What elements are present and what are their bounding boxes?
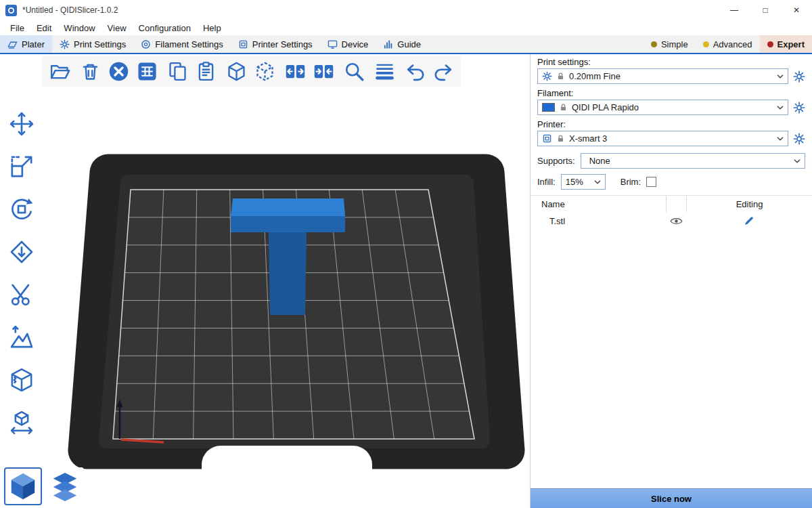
- chevron-down-icon: [594, 180, 601, 184]
- chevron-down-icon: [794, 159, 800, 163]
- scissors-icon: [8, 281, 35, 308]
- settings-panel: Print settings: 0.20mm Fine Filament: QI…: [530, 54, 812, 508]
- remove-instance-button[interactable]: [283, 58, 307, 84]
- chevron-down-icon: [777, 75, 784, 79]
- mirror-tool-button[interactable]: [5, 408, 38, 437]
- menu-configuration[interactable]: Configuration: [133, 23, 197, 33]
- chevron-down-icon: [777, 137, 784, 141]
- split-objects-icon: [225, 60, 248, 83]
- tab-print-settings[interactable]: Print Settings: [52, 35, 133, 53]
- folder-open-icon: [49, 60, 71, 83]
- filament-gear-button[interactable]: [793, 102, 805, 114]
- visibility-eye-icon[interactable]: [670, 217, 683, 226]
- window-controls: — □ ✕: [719, 0, 812, 20]
- mode-expert[interactable]: Expert: [760, 35, 812, 53]
- object-list-row[interactable]: T.stl: [531, 212, 812, 230]
- advanced-mode-dot-icon: [703, 41, 709, 47]
- print-settings-combo[interactable]: 0.20mm Fine: [537, 68, 788, 84]
- maximize-button[interactable]: □: [750, 0, 781, 20]
- device-monitor-icon: [328, 39, 338, 49]
- preset-gear-icon: [542, 71, 552, 81]
- slice-now-button[interactable]: Slice now: [531, 488, 812, 508]
- viewport-3d[interactable]: [0, 54, 530, 508]
- minimize-button[interactable]: —: [719, 0, 750, 20]
- mode-advanced[interactable]: Advanced: [696, 35, 760, 53]
- tab-printer-settings-label: Printer Settings: [252, 39, 313, 49]
- scene-canvas[interactable]: [0, 54, 530, 508]
- filament-label: Filament:: [531, 87, 812, 100]
- tab-device-label: Device: [342, 39, 369, 49]
- supports-combo[interactable]: None: [581, 153, 805, 169]
- tab-filament-settings[interactable]: Filament Settings: [133, 35, 230, 53]
- paint-supports-button[interactable]: [5, 323, 38, 352]
- place-on-face-button[interactable]: [5, 238, 38, 266]
- tab-bar: Plater Print Settings Filament Settings …: [0, 35, 812, 54]
- fuzzy-skin-button[interactable]: [5, 366, 38, 394]
- filament-combo[interactable]: QIDI PLA Rapido: [537, 100, 788, 115]
- print-settings-gear-button[interactable]: [793, 70, 805, 83]
- cut-tool-button[interactable]: [5, 280, 38, 309]
- menu-window[interactable]: Window: [58, 23, 101, 33]
- preview-view-button[interactable]: [46, 467, 84, 505]
- variable-layer-height-button[interactable]: [372, 58, 397, 84]
- window-title: *Untitled - QIDISlicer-1.0.2: [22, 5, 118, 15]
- sliced-layers-icon: [49, 471, 81, 502]
- delete-button[interactable]: [78, 58, 102, 84]
- printer-label: Printer:: [531, 118, 812, 131]
- scale-tool-button[interactable]: [5, 152, 38, 181]
- undo-button[interactable]: [403, 58, 427, 84]
- copy-button[interactable]: [165, 58, 189, 84]
- tab-plater[interactable]: Plater: [0, 35, 52, 53]
- plater-icon: [7, 39, 18, 49]
- menu-edit[interactable]: Edit: [30, 23, 58, 33]
- open-project-button[interactable]: [47, 58, 72, 84]
- printer-gear-button[interactable]: [793, 133, 805, 145]
- top-toolbar: [42, 56, 461, 87]
- mode-switcher: Simple Advanced Expert: [644, 35, 812, 53]
- rotate-tool-button[interactable]: [5, 195, 38, 224]
- scale-icon: [8, 153, 35, 180]
- tab-printer-settings[interactable]: Printer Settings: [231, 35, 320, 53]
- trash-icon: [79, 60, 102, 83]
- split-parts-button[interactable]: [252, 58, 277, 84]
- print-settings-icon: [60, 39, 70, 49]
- menu-view[interactable]: View: [102, 23, 133, 33]
- redo-button[interactable]: [431, 58, 455, 84]
- close-button[interactable]: ✕: [781, 0, 812, 20]
- add-instance-button[interactable]: [311, 58, 336, 84]
- split-objects-button[interactable]: [224, 58, 248, 84]
- arrange-button[interactable]: [135, 58, 159, 84]
- visibility-column-header: [666, 196, 686, 212]
- delete-all-button[interactable]: [106, 58, 131, 84]
- brim-checkbox[interactable]: [646, 177, 656, 187]
- mode-simple-label: Simple: [661, 39, 688, 49]
- object-list: Name Editing T.stl: [531, 195, 812, 488]
- view-switch: [4, 467, 84, 505]
- move-icon: [8, 110, 35, 137]
- tab-print-settings-label: Print Settings: [74, 39, 126, 49]
- infill-value: 15%: [566, 177, 583, 187]
- simple-mode-dot-icon: [651, 41, 657, 47]
- tab-guide[interactable]: Guide: [376, 35, 428, 53]
- printer-combo[interactable]: X-smart 3: [537, 131, 788, 146]
- search-icon: [343, 60, 365, 83]
- supports-label: Supports:: [537, 156, 575, 166]
- move-tool-button[interactable]: [5, 110, 38, 138]
- paste-button[interactable]: [194, 58, 218, 84]
- editor-view-button[interactable]: [4, 467, 42, 505]
- cube-3d-icon: [7, 471, 39, 502]
- tab-filament-settings-label: Filament Settings: [155, 39, 223, 49]
- layers-icon: [374, 60, 396, 83]
- mode-simple[interactable]: Simple: [644, 35, 696, 53]
- tab-device[interactable]: Device: [320, 35, 376, 53]
- name-column-header: Name: [531, 196, 666, 212]
- printer-icon: [238, 39, 248, 49]
- menu-file[interactable]: File: [4, 23, 30, 33]
- menu-help[interactable]: Help: [197, 23, 227, 33]
- bed-handle-cutout: [202, 446, 372, 500]
- paste-icon: [195, 60, 217, 83]
- edit-object-icon[interactable]: [744, 215, 754, 226]
- menu-bar: File Edit Window View Configuration Help: [0, 20, 812, 35]
- infill-combo[interactable]: 15%: [561, 174, 606, 190]
- search-button[interactable]: [342, 58, 366, 84]
